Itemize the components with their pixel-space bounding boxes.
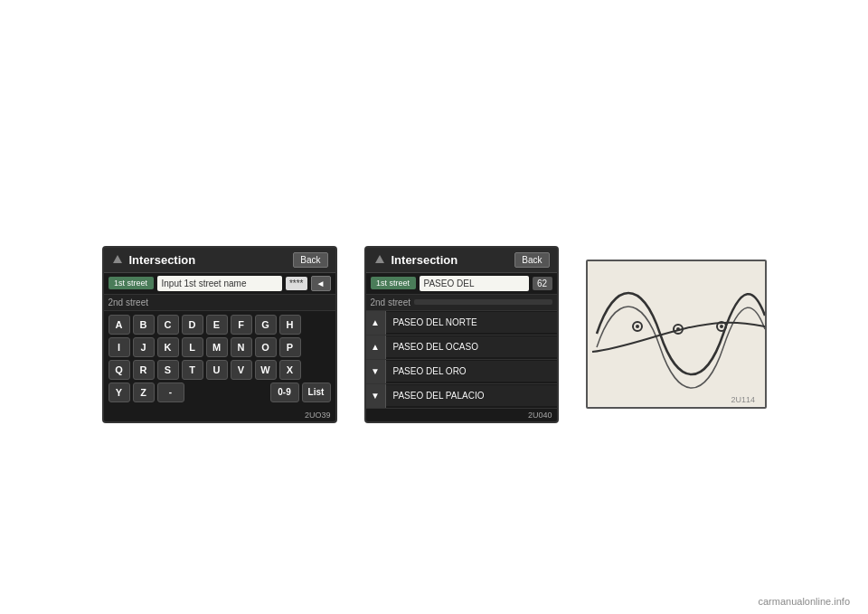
panel1-star-field: **** bbox=[286, 277, 307, 290]
scroll-up-icon-1[interactable]: ▲ bbox=[366, 335, 386, 359]
key-O[interactable]: O bbox=[255, 337, 277, 357]
key-M[interactable]: M bbox=[206, 337, 228, 357]
key-row-3: Q R S T U V W X bbox=[108, 360, 331, 380]
keyboard-area: A B C D E F G H I J K L M bbox=[104, 311, 335, 409]
panel2-header: Intersection Back bbox=[366, 248, 557, 273]
key-B[interactable]: B bbox=[133, 315, 155, 335]
panel1-street-label: 1st street bbox=[108, 277, 154, 289]
key-D[interactable]: D bbox=[182, 315, 203, 335]
key-U[interactable]: U bbox=[206, 360, 228, 380]
panel2-second-street-label: 2nd street bbox=[371, 298, 410, 307]
panel2-title: Intersection bbox=[392, 253, 458, 267]
scroll-down-icon-2[interactable]: ▼ bbox=[366, 360, 386, 383]
list-item-3[interactable]: ▼ PASEO DEL PALACIO bbox=[366, 384, 557, 409]
panel1-second-street-row: 2nd street bbox=[104, 295, 335, 311]
key-E[interactable]: E bbox=[206, 315, 228, 335]
panel2-count-badge: 62 bbox=[533, 277, 552, 290]
list-item-text-3: PASEO DEL PALACIO bbox=[386, 385, 557, 406]
key-row-4: Y Z - 0-9 List bbox=[108, 383, 331, 402]
key-J[interactable]: J bbox=[133, 337, 155, 357]
key-09[interactable]: 0-9 bbox=[270, 383, 299, 402]
key-N[interactable]: N bbox=[231, 337, 252, 357]
panel2-wrapper: Intersection Back 1st street PASEO DEL 6… bbox=[364, 246, 559, 423]
panel1-back-button[interactable]: Back bbox=[293, 252, 327, 268]
svg-point-8 bbox=[720, 325, 723, 328]
key-P[interactable]: P bbox=[279, 337, 301, 357]
svg-point-4 bbox=[636, 325, 639, 328]
key-Z[interactable]: Z bbox=[133, 383, 155, 402]
list-item-2[interactable]: ▼ PASEO DEL ORO bbox=[366, 360, 557, 384]
key-G[interactable]: G bbox=[255, 315, 277, 335]
panel1-image-label: 2UO39 bbox=[104, 409, 335, 421]
key-T[interactable]: T bbox=[182, 360, 203, 380]
svg-marker-0 bbox=[113, 255, 122, 263]
panel2-nav-icon bbox=[373, 253, 386, 266]
panel3-wrapper: 2U114 bbox=[586, 260, 767, 409]
list-item-text-2: PASEO DEL ORO bbox=[386, 361, 557, 382]
panel2-title-group: Intersection bbox=[373, 253, 458, 267]
svg-text:2U114: 2U114 bbox=[731, 395, 755, 404]
key-Q[interactable]: Q bbox=[108, 360, 130, 380]
key-space[interactable]: - bbox=[157, 383, 184, 402]
panel-map: 2U114 bbox=[586, 260, 767, 409]
panel2-image-label: 2U040 bbox=[366, 409, 557, 421]
key-V[interactable]: V bbox=[231, 360, 252, 380]
panel2-second-input[interactable] bbox=[414, 299, 552, 305]
key-I[interactable]: I bbox=[108, 337, 130, 357]
panel2-street-row: 1st street PASEO DEL 62 bbox=[366, 273, 557, 295]
key-S[interactable]: S bbox=[157, 360, 179, 380]
svg-marker-1 bbox=[375, 255, 384, 263]
list-item-text-0: PASEO DEL NORTE bbox=[386, 312, 557, 333]
svg-point-6 bbox=[676, 327, 680, 331]
watermark: carmanualonline.info bbox=[758, 596, 850, 607]
panel1-del-button[interactable]: ◄ bbox=[311, 276, 331, 291]
key-F[interactable]: F bbox=[231, 315, 252, 335]
key-W[interactable]: W bbox=[255, 360, 277, 380]
key-X[interactable]: X bbox=[279, 360, 301, 380]
panel1-header: Intersection Back bbox=[104, 248, 335, 273]
panel1-street-row: 1st street Input 1st street name **** ◄ bbox=[104, 273, 335, 295]
key-row-1: A B C D E F G H bbox=[108, 315, 331, 335]
scroll-down-icon-3[interactable]: ▼ bbox=[366, 384, 386, 408]
key-A[interactable]: A bbox=[108, 315, 130, 335]
page-container: Intersection Back 1st street Input 1st s… bbox=[0, 0, 868, 614]
panels-wrapper: Intersection Back 1st street Input 1st s… bbox=[102, 246, 767, 423]
panel1-title: Intersection bbox=[129, 253, 196, 267]
key-L[interactable]: L bbox=[182, 337, 203, 357]
panel1-second-street-label: 2nd street bbox=[108, 298, 148, 307]
key-row-2: I J K L M N O P bbox=[108, 337, 331, 357]
key-Y[interactable]: Y bbox=[108, 383, 130, 402]
panel2-second-street-row: 2nd street bbox=[366, 295, 557, 311]
panel-list: Intersection Back 1st street PASEO DEL 6… bbox=[364, 246, 559, 423]
key-H[interactable]: H bbox=[279, 315, 301, 335]
key-list[interactable]: List bbox=[302, 383, 331, 402]
map-svg: 2U114 bbox=[588, 261, 765, 406]
nav-triangle-icon bbox=[111, 253, 124, 266]
panel1-title-group: Intersection bbox=[111, 253, 196, 267]
panel-keyboard: Intersection Back 1st street Input 1st s… bbox=[102, 246, 337, 423]
panel2-street-label: 1st street bbox=[371, 277, 416, 289]
panel1-street-input[interactable]: Input 1st street name bbox=[157, 276, 282, 291]
panel1-wrapper: Intersection Back 1st street Input 1st s… bbox=[102, 246, 337, 423]
list-item-1[interactable]: ▲ PASEO DEL OCASO bbox=[366, 335, 557, 360]
list-item-0[interactable]: ▲ PASEO DEL NORTE bbox=[366, 311, 557, 335]
key-R[interactable]: R bbox=[133, 360, 155, 380]
panel2-street-input[interactable]: PASEO DEL bbox=[420, 276, 529, 291]
key-K[interactable]: K bbox=[157, 337, 179, 357]
panel2-back-button[interactable]: Back bbox=[514, 252, 549, 268]
scroll-up-icon-0[interactable]: ▲ bbox=[366, 311, 386, 335]
list-item-text-1: PASEO DEL OCASO bbox=[386, 336, 557, 357]
key-C[interactable]: C bbox=[157, 315, 179, 335]
